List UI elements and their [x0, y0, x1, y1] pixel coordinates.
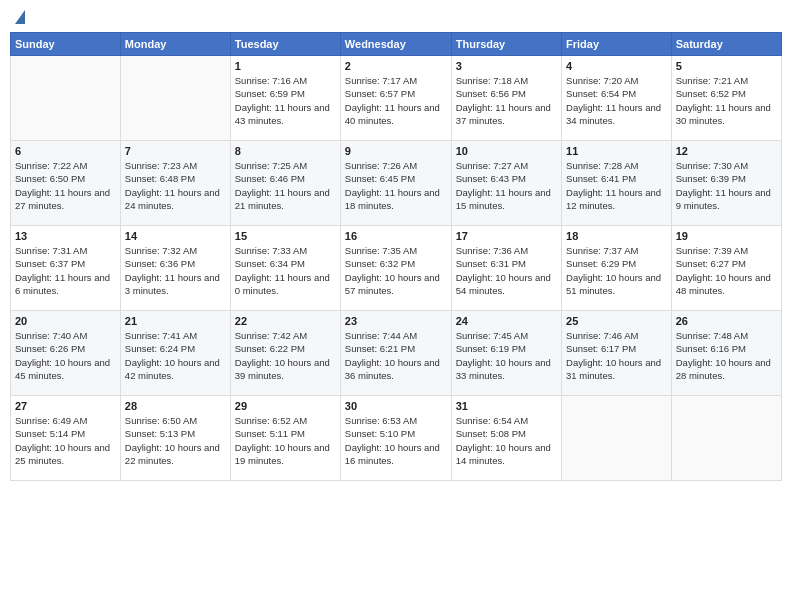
calendar-cell: 22Sunrise: 7:42 AMSunset: 6:22 PMDayligh… — [230, 311, 340, 396]
calendar-week-3: 13Sunrise: 7:31 AMSunset: 6:37 PMDayligh… — [11, 226, 782, 311]
calendar-cell: 31Sunrise: 6:54 AMSunset: 5:08 PMDayligh… — [451, 396, 561, 481]
day-number: 19 — [676, 230, 777, 242]
day-detail: Sunrise: 7:45 AMSunset: 6:19 PMDaylight:… — [456, 329, 557, 382]
day-number: 27 — [15, 400, 116, 412]
day-number: 3 — [456, 60, 557, 72]
day-number: 2 — [345, 60, 447, 72]
calendar-cell: 26Sunrise: 7:48 AMSunset: 6:16 PMDayligh… — [671, 311, 781, 396]
day-detail: Sunrise: 7:48 AMSunset: 6:16 PMDaylight:… — [676, 329, 777, 382]
calendar-cell: 21Sunrise: 7:41 AMSunset: 6:24 PMDayligh… — [120, 311, 230, 396]
calendar-cell: 3Sunrise: 7:18 AMSunset: 6:56 PMDaylight… — [451, 56, 561, 141]
calendar-header-saturday: Saturday — [671, 33, 781, 56]
day-detail: Sunrise: 7:46 AMSunset: 6:17 PMDaylight:… — [566, 329, 667, 382]
calendar-cell: 7Sunrise: 7:23 AMSunset: 6:48 PMDaylight… — [120, 141, 230, 226]
calendar-header-row: SundayMondayTuesdayWednesdayThursdayFrid… — [11, 33, 782, 56]
calendar-cell: 1Sunrise: 7:16 AMSunset: 6:59 PMDaylight… — [230, 56, 340, 141]
day-number: 14 — [125, 230, 226, 242]
calendar-header-wednesday: Wednesday — [340, 33, 451, 56]
calendar-cell: 27Sunrise: 6:49 AMSunset: 5:14 PMDayligh… — [11, 396, 121, 481]
day-number: 28 — [125, 400, 226, 412]
day-number: 1 — [235, 60, 336, 72]
day-detail: Sunrise: 7:22 AMSunset: 6:50 PMDaylight:… — [15, 159, 116, 212]
day-detail: Sunrise: 7:41 AMSunset: 6:24 PMDaylight:… — [125, 329, 226, 382]
day-number: 9 — [345, 145, 447, 157]
day-detail: Sunrise: 7:20 AMSunset: 6:54 PMDaylight:… — [566, 74, 667, 127]
calendar-cell: 9Sunrise: 7:26 AMSunset: 6:45 PMDaylight… — [340, 141, 451, 226]
day-detail: Sunrise: 7:36 AMSunset: 6:31 PMDaylight:… — [456, 244, 557, 297]
calendar-cell: 8Sunrise: 7:25 AMSunset: 6:46 PMDaylight… — [230, 141, 340, 226]
day-detail: Sunrise: 6:53 AMSunset: 5:10 PMDaylight:… — [345, 414, 447, 467]
logo — [14, 10, 25, 24]
day-number: 30 — [345, 400, 447, 412]
calendar-cell: 15Sunrise: 7:33 AMSunset: 6:34 PMDayligh… — [230, 226, 340, 311]
calendar-week-4: 20Sunrise: 7:40 AMSunset: 6:26 PMDayligh… — [11, 311, 782, 396]
calendar-header-sunday: Sunday — [11, 33, 121, 56]
day-detail: Sunrise: 7:30 AMSunset: 6:39 PMDaylight:… — [676, 159, 777, 212]
calendar-cell: 30Sunrise: 6:53 AMSunset: 5:10 PMDayligh… — [340, 396, 451, 481]
calendar-table: SundayMondayTuesdayWednesdayThursdayFrid… — [10, 32, 782, 481]
day-detail: Sunrise: 7:42 AMSunset: 6:22 PMDaylight:… — [235, 329, 336, 382]
day-detail: Sunrise: 7:21 AMSunset: 6:52 PMDaylight:… — [676, 74, 777, 127]
calendar-cell: 16Sunrise: 7:35 AMSunset: 6:32 PMDayligh… — [340, 226, 451, 311]
calendar-cell — [562, 396, 672, 481]
calendar-cell: 24Sunrise: 7:45 AMSunset: 6:19 PMDayligh… — [451, 311, 561, 396]
day-number: 12 — [676, 145, 777, 157]
day-number: 7 — [125, 145, 226, 157]
day-detail: Sunrise: 7:26 AMSunset: 6:45 PMDaylight:… — [345, 159, 447, 212]
day-detail: Sunrise: 7:17 AMSunset: 6:57 PMDaylight:… — [345, 74, 447, 127]
calendar-header-monday: Monday — [120, 33, 230, 56]
day-detail: Sunrise: 7:33 AMSunset: 6:34 PMDaylight:… — [235, 244, 336, 297]
day-number: 11 — [566, 145, 667, 157]
day-detail: Sunrise: 6:54 AMSunset: 5:08 PMDaylight:… — [456, 414, 557, 467]
day-number: 16 — [345, 230, 447, 242]
calendar-week-1: 1Sunrise: 7:16 AMSunset: 6:59 PMDaylight… — [11, 56, 782, 141]
day-number: 26 — [676, 315, 777, 327]
day-number: 10 — [456, 145, 557, 157]
calendar-cell: 2Sunrise: 7:17 AMSunset: 6:57 PMDaylight… — [340, 56, 451, 141]
calendar-header-thursday: Thursday — [451, 33, 561, 56]
day-detail: Sunrise: 7:18 AMSunset: 6:56 PMDaylight:… — [456, 74, 557, 127]
day-number: 25 — [566, 315, 667, 327]
calendar-cell: 17Sunrise: 7:36 AMSunset: 6:31 PMDayligh… — [451, 226, 561, 311]
day-detail: Sunrise: 7:35 AMSunset: 6:32 PMDaylight:… — [345, 244, 447, 297]
day-detail: Sunrise: 7:40 AMSunset: 6:26 PMDaylight:… — [15, 329, 116, 382]
day-detail: Sunrise: 7:25 AMSunset: 6:46 PMDaylight:… — [235, 159, 336, 212]
day-number: 20 — [15, 315, 116, 327]
calendar-cell: 19Sunrise: 7:39 AMSunset: 6:27 PMDayligh… — [671, 226, 781, 311]
day-detail: Sunrise: 7:39 AMSunset: 6:27 PMDaylight:… — [676, 244, 777, 297]
calendar-cell: 14Sunrise: 7:32 AMSunset: 6:36 PMDayligh… — [120, 226, 230, 311]
calendar-header-friday: Friday — [562, 33, 672, 56]
day-number: 29 — [235, 400, 336, 412]
calendar-cell — [11, 56, 121, 141]
day-number: 21 — [125, 315, 226, 327]
day-detail: Sunrise: 7:44 AMSunset: 6:21 PMDaylight:… — [345, 329, 447, 382]
calendar-week-2: 6Sunrise: 7:22 AMSunset: 6:50 PMDaylight… — [11, 141, 782, 226]
day-detail: Sunrise: 7:23 AMSunset: 6:48 PMDaylight:… — [125, 159, 226, 212]
day-number: 5 — [676, 60, 777, 72]
day-number: 23 — [345, 315, 447, 327]
calendar-cell: 6Sunrise: 7:22 AMSunset: 6:50 PMDaylight… — [11, 141, 121, 226]
day-number: 15 — [235, 230, 336, 242]
day-number: 18 — [566, 230, 667, 242]
day-number: 13 — [15, 230, 116, 242]
day-detail: Sunrise: 6:52 AMSunset: 5:11 PMDaylight:… — [235, 414, 336, 467]
day-detail: Sunrise: 6:50 AMSunset: 5:13 PMDaylight:… — [125, 414, 226, 467]
calendar-cell: 10Sunrise: 7:27 AMSunset: 6:43 PMDayligh… — [451, 141, 561, 226]
day-number: 31 — [456, 400, 557, 412]
page-header — [10, 10, 782, 24]
logo-arrow-icon — [15, 10, 25, 24]
day-number: 8 — [235, 145, 336, 157]
calendar-cell: 28Sunrise: 6:50 AMSunset: 5:13 PMDayligh… — [120, 396, 230, 481]
calendar-cell: 18Sunrise: 7:37 AMSunset: 6:29 PMDayligh… — [562, 226, 672, 311]
calendar-cell: 13Sunrise: 7:31 AMSunset: 6:37 PMDayligh… — [11, 226, 121, 311]
calendar-cell: 25Sunrise: 7:46 AMSunset: 6:17 PMDayligh… — [562, 311, 672, 396]
day-detail: Sunrise: 7:32 AMSunset: 6:36 PMDaylight:… — [125, 244, 226, 297]
day-number: 17 — [456, 230, 557, 242]
calendar-week-5: 27Sunrise: 6:49 AMSunset: 5:14 PMDayligh… — [11, 396, 782, 481]
day-detail: Sunrise: 7:31 AMSunset: 6:37 PMDaylight:… — [15, 244, 116, 297]
calendar-cell: 20Sunrise: 7:40 AMSunset: 6:26 PMDayligh… — [11, 311, 121, 396]
day-detail: Sunrise: 7:27 AMSunset: 6:43 PMDaylight:… — [456, 159, 557, 212]
day-detail: Sunrise: 7:16 AMSunset: 6:59 PMDaylight:… — [235, 74, 336, 127]
day-detail: Sunrise: 7:37 AMSunset: 6:29 PMDaylight:… — [566, 244, 667, 297]
day-number: 22 — [235, 315, 336, 327]
